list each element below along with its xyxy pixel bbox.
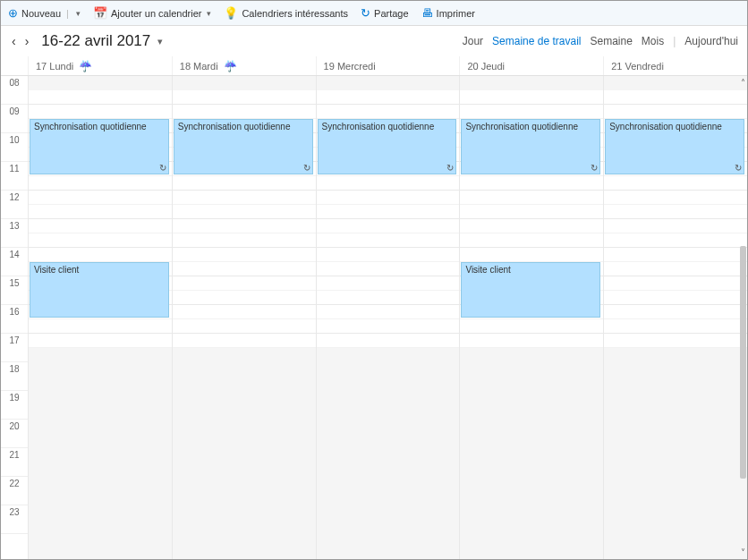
new-button[interactable]: ⊕ Nouveau | ▾ — [8, 6, 81, 20]
recurring-icon: ↻ — [735, 163, 742, 173]
hour-label: 22 — [1, 477, 28, 505]
view-day[interactable]: Jour — [463, 35, 483, 47]
hour-label: 11 — [1, 162, 28, 191]
view-workweek[interactable]: Semaine de travail — [492, 35, 581, 47]
date-range[interactable]: 16-22 avril 2017 — [41, 32, 150, 50]
day-header[interactable]: 20 Jeudi — [459, 56, 603, 75]
share-label: Partage — [374, 8, 409, 19]
print-button[interactable]: 🖶 Imprimer — [421, 6, 475, 20]
day-header-label: 20 Jeudi — [467, 61, 505, 72]
interesting-calendars-button[interactable]: 💡 Calendriers intéressants — [224, 6, 348, 20]
hour-label: 09 — [1, 105, 28, 133]
scroll-down-button[interactable]: ˅ — [741, 547, 745, 557]
share-button[interactable]: ↻ Partage — [361, 6, 409, 20]
event-title: Visite client — [465, 265, 510, 275]
day-header-label: 18 Mardi — [180, 61, 218, 72]
hour-label: 10 — [1, 133, 28, 162]
event-title: Synchronisation quotidienne — [609, 122, 722, 132]
add-calendar-label: Ajouter un calendrier — [111, 8, 202, 19]
recurring-icon: ↻ — [303, 163, 310, 173]
view-month[interactable]: Mois — [642, 35, 664, 47]
recurring-icon: ↻ — [446, 163, 454, 173]
lightbulb-icon: 💡 — [224, 6, 238, 20]
event-visit[interactable]: Visite client — [461, 262, 600, 318]
separator: | — [673, 35, 676, 47]
chevron-down-icon[interactable]: ▾ — [207, 9, 211, 18]
hour-label: 08 — [1, 76, 28, 105]
hour-label: 23 — [1, 505, 28, 534]
hour-label: 20 — [1, 420, 28, 448]
calendar-header: ‹ › 16-22 avril 2017 ▾ Jour Semaine de t… — [1, 26, 747, 56]
separator: | — [66, 8, 69, 19]
event-title: Synchronisation quotidienne — [465, 122, 578, 132]
new-button-label: Nouveau — [21, 8, 61, 19]
next-week-button[interactable]: › — [23, 32, 31, 50]
time-gutter-header — [1, 56, 28, 75]
plus-circle-icon: ⊕ — [8, 6, 18, 20]
weather-rain-icon: ☔ — [224, 60, 237, 72]
print-icon: 🖶 — [421, 6, 433, 20]
event-title: Synchronisation quotidienne — [322, 122, 435, 132]
event-visit[interactable]: Visite client — [30, 262, 169, 318]
view-week[interactable]: Semaine — [590, 35, 632, 47]
hours-column: 08091011121314151617181920212223 — [1, 76, 28, 559]
hour-label: 17 — [1, 334, 28, 362]
event-title: Synchronisation quotidienne — [34, 122, 147, 132]
calendar-add-icon: 📅 — [93, 6, 107, 20]
day-headers: 17 Lundi ☔ 18 Mardi ☔ 19 Mercredi 20 Jeu… — [1, 56, 747, 76]
toolbar: ⊕ Nouveau | ▾ 📅 Ajouter un calendrier ▾ … — [1, 1, 747, 26]
today-button[interactable]: Aujourd'hui — [684, 35, 738, 47]
recurring-icon: ↻ — [159, 163, 166, 173]
day-header-label: 19 Mercredi — [324, 61, 376, 72]
hour-label: 12 — [1, 191, 28, 219]
scroll-up-button[interactable]: ˄ — [741, 78, 745, 88]
weather-rain-icon: ☔ — [79, 60, 92, 72]
chevron-down-icon[interactable]: ▾ — [76, 9, 81, 18]
day-header[interactable]: 18 Mardi ☔ — [172, 56, 316, 75]
day-column[interactable]: Synchronisation quotidienne↻Visite clien… — [28, 76, 172, 559]
hour-label: 14 — [1, 248, 28, 276]
event-sync[interactable]: Synchronisation quotidienne↻ — [318, 119, 457, 174]
recurring-icon: ↻ — [591, 163, 598, 173]
share-icon: ↻ — [361, 6, 370, 20]
calendar-grid: 08091011121314151617181920212223 Synchro… — [1, 76, 747, 559]
day-header[interactable]: 21 Vendredi — [603, 56, 747, 75]
date-navigation: ‹ › 16-22 avril 2017 ▾ — [10, 32, 163, 50]
interesting-calendars-label: Calendriers intéressants — [242, 8, 348, 19]
hour-label: 15 — [1, 276, 28, 305]
chevron-down-icon[interactable]: ▾ — [157, 36, 163, 47]
event-sync[interactable]: Synchronisation quotidienne↻ — [461, 119, 600, 174]
event-sync[interactable]: Synchronisation quotidienne↻ — [605, 119, 744, 174]
event-sync[interactable]: Synchronisation quotidienne↻ — [30, 119, 169, 174]
day-column[interactable]: Synchronisation quotidienne↻ — [172, 76, 316, 559]
day-header[interactable]: 17 Lundi ☔ — [28, 56, 172, 75]
day-column[interactable]: Synchronisation quotidienne↻ — [603, 76, 747, 559]
hour-label: 18 — [1, 362, 28, 391]
hour-label: 13 — [1, 219, 28, 248]
view-switcher: Jour Semaine de travail Semaine Mois | A… — [463, 35, 738, 47]
day-column[interactable]: Synchronisation quotidienne↻Visite clien… — [459, 76, 603, 559]
hour-label: 21 — [1, 448, 28, 477]
prev-week-button[interactable]: ‹ — [10, 32, 18, 50]
event-sync[interactable]: Synchronisation quotidienne↻ — [174, 119, 313, 174]
scrollbar-thumb[interactable] — [740, 246, 746, 479]
day-header-label: 17 Lundi — [36, 61, 73, 72]
day-column[interactable]: Synchronisation quotidienne↻ — [316, 76, 460, 559]
hour-label: 19 — [1, 391, 28, 420]
event-title: Visite client — [34, 265, 79, 275]
hour-label: 16 — [1, 305, 28, 334]
day-header[interactable]: 19 Mercredi — [316, 56, 460, 75]
add-calendar-button[interactable]: 📅 Ajouter un calendrier ▾ — [93, 6, 212, 20]
day-header-label: 21 Vendredi — [611, 61, 664, 72]
event-title: Synchronisation quotidienne — [178, 122, 291, 132]
print-label: Imprimer — [437, 8, 475, 19]
